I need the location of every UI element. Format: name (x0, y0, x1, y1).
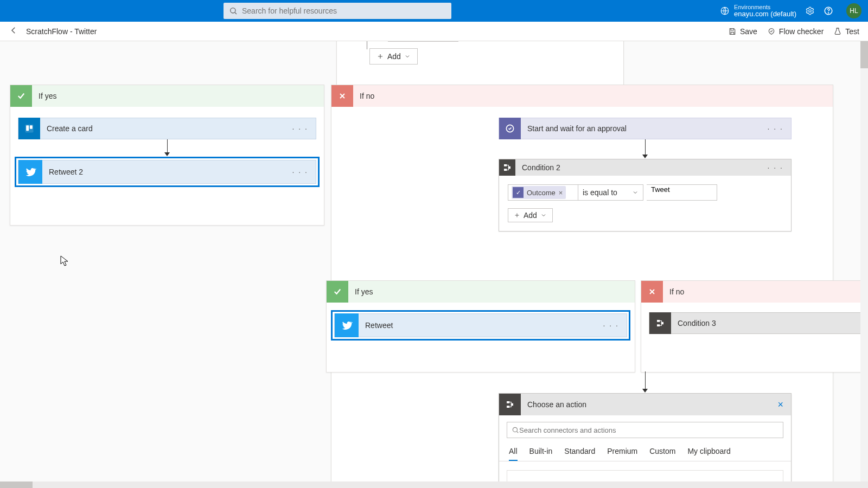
test-button[interactable]: Test (833, 27, 859, 36)
tab-standard[interactable]: Standard (564, 442, 595, 461)
svg-point-5 (828, 12, 829, 13)
tab-custom[interactable]: Custom (649, 442, 675, 461)
global-search[interactable] (224, 3, 451, 19)
action-menu[interactable]: · · · (285, 124, 316, 133)
condition-token-field[interactable]: ✓ Outcome × (508, 184, 578, 201)
condition3-label: Condition 3 (671, 319, 865, 328)
topbar: Environments enayu.com (default) HL (0, 0, 868, 22)
svg-point-19 (513, 427, 517, 432)
sub-if-yes-label: If yes (348, 287, 373, 296)
action-retweet2-selected[interactable]: Retweet 2 · · · (15, 157, 320, 187)
choose-action-tabs: All Built-in Standard Premium Custom My … (499, 442, 791, 461)
add-condition-button[interactable]: Add (369, 48, 418, 65)
if-no-branch: If no Start and wait for an approval · ·… (331, 85, 833, 486)
action-retweet-label: Retweet (359, 321, 596, 330)
choose-action-search[interactable] (507, 422, 783, 438)
sub-if-no-label: If no (663, 287, 684, 296)
tab-builtin[interactable]: Built-in (529, 442, 553, 461)
action-create-card-label: Create a card (40, 124, 285, 133)
chevron-down-icon (540, 212, 547, 219)
token-remove[interactable]: × (559, 189, 563, 197)
save-button[interactable]: Save (728, 27, 757, 36)
condition-icon (499, 394, 521, 415)
add-condition-row[interactable]: Add (508, 208, 553, 222)
svg-rect-13 (657, 320, 660, 322)
svg-point-0 (231, 8, 235, 13)
svg-point-3 (809, 10, 812, 12)
test-label: Test (845, 27, 859, 36)
svg-line-20 (517, 432, 519, 433)
svg-rect-16 (507, 401, 509, 403)
back-button[interactable] (9, 25, 18, 37)
search-icon (229, 7, 238, 15)
svg-rect-8 (30, 125, 33, 129)
svg-rect-7 (26, 125, 29, 131)
tab-premium[interactable]: Premium (607, 442, 637, 461)
condition-value-field[interactable] (647, 184, 717, 201)
twitter-icon (18, 160, 42, 184)
sub-if-yes-branch: If yes Retweet · · · (326, 280, 635, 373)
sub-if-no-branch: If no Condition 3 (641, 280, 868, 373)
svg-rect-11 (504, 169, 507, 171)
environment-picker[interactable]: Environments enayu.com (default) (720, 4, 796, 18)
flow-canvas[interactable]: Add If yes Create a card · · · (0, 41, 868, 488)
choose-action-panel: Choose an action × All Built-in Standard… (499, 393, 792, 488)
user-avatar[interactable]: HL (846, 3, 861, 18)
vertical-scrollbar[interactable] (860, 41, 868, 486)
partial-input-box (388, 41, 458, 42)
if-yes-header[interactable]: If yes (10, 85, 324, 107)
svg-line-1 (235, 12, 237, 14)
flow-title: ScratchFlow - Twitter (26, 27, 97, 36)
svg-rect-10 (504, 164, 507, 166)
tab-all[interactable]: All (509, 442, 518, 461)
chevron-down-icon (404, 53, 411, 60)
flow-checker-label: Flow checker (779, 27, 824, 36)
condition2-title: Condition 2 (515, 163, 760, 172)
help-icon[interactable] (824, 6, 833, 16)
svg-rect-14 (657, 324, 660, 326)
action-approval[interactable]: Start and wait for an approval · · · (499, 118, 792, 139)
trello-icon (18, 118, 40, 139)
if-no-label: If no (353, 92, 374, 100)
add-label: Add (524, 211, 537, 220)
settings-icon[interactable] (805, 6, 815, 16)
close-panel-button[interactable]: × (770, 399, 791, 410)
action-condition3[interactable]: Condition 3 (649, 312, 866, 334)
flow-checker-button[interactable]: Flow checker (767, 27, 824, 36)
condition-operator-dropdown[interactable]: is equal to (578, 184, 643, 201)
if-yes-label: If yes (32, 92, 56, 100)
environment-label: Environments (734, 4, 796, 10)
action-menu[interactable]: · · · (760, 163, 791, 172)
action-menu[interactable]: · · · (596, 321, 627, 330)
if-yes-branch: If yes Create a card · · · Retweet 2 · ·… (10, 85, 324, 226)
if-no-header[interactable]: If no (331, 85, 833, 107)
condition-icon (499, 159, 515, 176)
condition-icon (649, 312, 671, 334)
token-label: Outcome (527, 189, 556, 197)
editor-toolbar: ScratchFlow - Twitter Save Flow checker … (0, 22, 868, 41)
twitter-icon (335, 313, 359, 337)
action-retweet-selected[interactable]: Retweet · · · (331, 310, 630, 341)
close-icon (641, 281, 663, 303)
chevron-down-icon (632, 189, 639, 196)
choose-action-title: Choose an action (521, 400, 770, 409)
choose-action-search-input[interactable] (519, 426, 778, 434)
condition2-card[interactable]: Condition 2 · · · ✓ Outcome × is equal t… (499, 159, 792, 232)
sub-if-yes-header[interactable]: If yes (327, 281, 635, 303)
approval-icon (499, 118, 521, 139)
sub-if-no-header[interactable]: If no (641, 281, 868, 303)
horizontal-scrollbar[interactable] (0, 481, 868, 488)
environment-value: enayu.com (default) (734, 10, 796, 18)
global-search-input[interactable] (242, 7, 446, 15)
action-create-card[interactable]: Create a card · · · (18, 118, 316, 139)
action-menu[interactable]: · · · (285, 168, 316, 176)
check-icon (327, 281, 348, 303)
condition-value-input[interactable] (651, 185, 712, 194)
mouse-cursor (60, 255, 69, 266)
action-approval-label: Start and wait for an approval (521, 124, 760, 133)
search-icon (512, 426, 519, 434)
action-menu[interactable]: · · · (760, 124, 791, 133)
tab-clipboard[interactable]: My clipboard (687, 442, 730, 461)
add-label: Add (387, 52, 401, 61)
close-icon (331, 85, 353, 107)
